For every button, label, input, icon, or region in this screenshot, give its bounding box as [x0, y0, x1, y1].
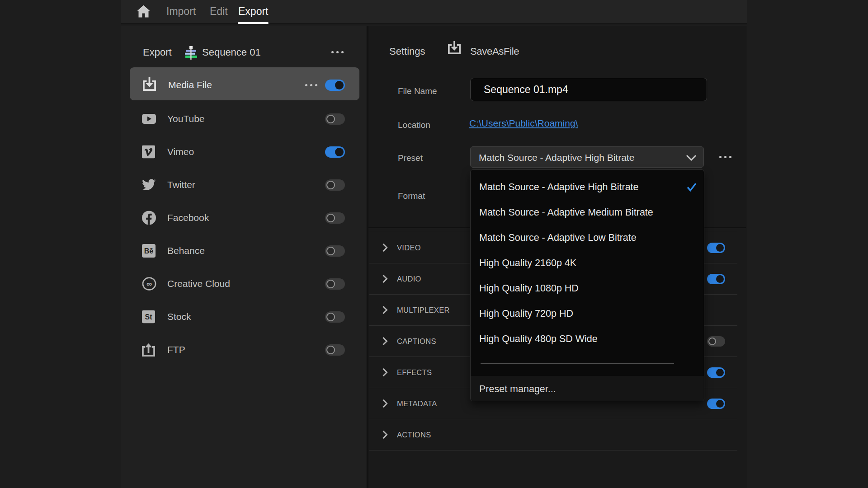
svg-text:∞: ∞	[146, 279, 152, 288]
svg-text:Bē: Bē	[144, 247, 154, 255]
svg-text:St: St	[145, 313, 153, 321]
